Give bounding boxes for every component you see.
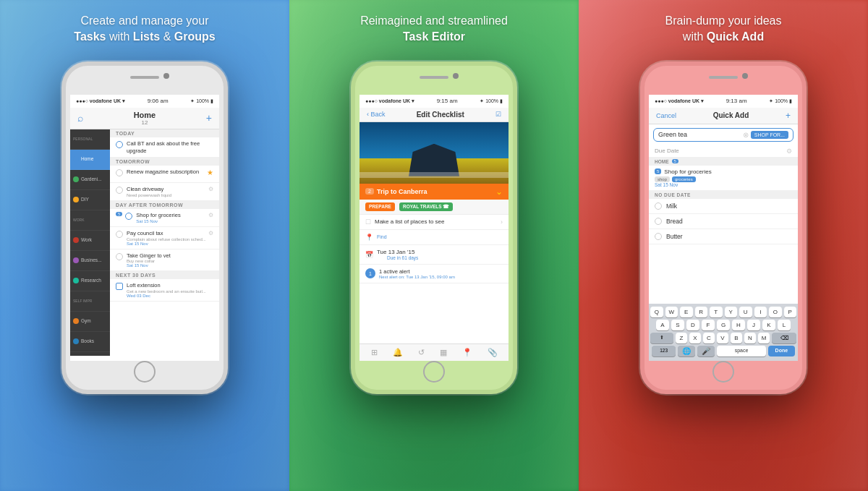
task-call-bt[interactable]: Call BT and ask about the free upgrade: [110, 137, 219, 158]
section-tomorrow: TOMORROW: [110, 158, 219, 166]
task-bread[interactable]: Bread: [649, 214, 798, 229]
key-t[interactable]: T: [710, 307, 723, 317]
search-icon[interactable]: ⌕: [77, 112, 83, 124]
home-section-header: HOME 5: [649, 158, 798, 166]
checklist-toolbar-icon-3[interactable]: ↺: [418, 348, 425, 357]
task-milk[interactable]: Milk: [649, 199, 798, 214]
key-done[interactable]: Done: [768, 346, 795, 356]
key-e[interactable]: E: [680, 307, 693, 317]
cancel-button[interactable]: Cancel: [656, 112, 676, 119]
key-l[interactable]: L: [778, 320, 791, 330]
phone-1-frame: ●●●○ vodafone UK ▾ 9:06 am ✦ 100% ▮ ⌕ Ho…: [61, 61, 228, 394]
key-space[interactable]: space: [717, 346, 765, 356]
task-title: Pay council tax: [127, 230, 206, 237]
key-b[interactable]: B: [731, 333, 742, 343]
key-m[interactable]: M: [758, 333, 770, 343]
panel-2: Reimagined and streamlined Task Editor ●…: [289, 0, 579, 491]
checklist-icon[interactable]: ☑: [495, 111, 501, 118]
time-3: 9:13 am: [726, 98, 747, 104]
quick-add-input[interactable]: Green tea ⊗ SHOP FOR...: [653, 128, 793, 142]
key-j[interactable]: J: [747, 320, 760, 330]
key-x[interactable]: X: [689, 333, 701, 343]
key-c[interactable]: C: [703, 333, 715, 343]
phone-1-home[interactable]: [134, 361, 156, 383]
key-h[interactable]: H: [732, 320, 745, 330]
key-numbers[interactable]: 123: [652, 346, 676, 356]
phone-3-home[interactable]: [712, 361, 734, 383]
phone-2-home[interactable]: [423, 361, 445, 383]
make-list-row[interactable]: ☐ Make a list of places to see ›: [359, 215, 509, 230]
key-backspace[interactable]: ⌫: [772, 333, 796, 343]
pin-icon: 📍: [365, 234, 373, 241]
gear-icon: ⚙: [208, 186, 213, 192]
panel-3-phone-wrapper: ●●●○ vodafone UK ▾ 9:13 am ✦ 100% ▮ Canc…: [640, 54, 807, 491]
task-butter[interactable]: Butter: [649, 229, 798, 244]
alert-text: 1 active alert: [379, 268, 455, 275]
key-g[interactable]: G: [717, 320, 730, 330]
keyboard-row-2: A S D F G H J K L: [650, 320, 796, 330]
task-pay-council[interactable]: Pay council tax Complain about refuse co…: [110, 227, 219, 249]
key-globe[interactable]: 🌐: [678, 346, 695, 356]
sidebar-item-selfimpr-header: SELF IMPR: [70, 291, 110, 312]
key-a[interactable]: A: [656, 320, 669, 330]
key-shift[interactable]: ⬆: [650, 333, 673, 343]
sidebar-item-business[interactable]: Busines...: [70, 251, 110, 271]
checklist-toolbar-icon-4[interactable]: ▦: [440, 348, 447, 357]
key-w[interactable]: W: [665, 307, 678, 317]
sidebar-item-home[interactable]: Home: [70, 150, 110, 170]
section-today: TODAY: [110, 129, 219, 137]
checklist-toolbar-icon-6[interactable]: 📎: [488, 348, 498, 357]
add-icon[interactable]: +: [206, 112, 212, 124]
key-z[interactable]: Z: [676, 333, 687, 343]
key-mic[interactable]: 🎤: [697, 346, 715, 356]
task-clean-driveway[interactable]: Clean driveway Need powerwash liquid ⚙: [110, 183, 219, 201]
phone-1-status-bar: ●●●○ vodafone UK ▾ 9:06 am ✦ 100% ▮: [70, 95, 219, 108]
settings-icon[interactable]: ⚙: [786, 148, 792, 155]
sidebar-item-gym[interactable]: Gym: [70, 312, 110, 332]
section-day-after: DAY AFTER TOMORROW: [110, 201, 219, 209]
task-title: Shop for groceries: [136, 212, 180, 219]
checklist-hero-image: [359, 122, 509, 184]
key-n[interactable]: N: [744, 333, 756, 343]
shop-task[interactable]: 5 Shop for groceries shop groceries Sat …: [649, 166, 798, 191]
sidebar-item-work[interactable]: Work: [70, 231, 110, 251]
key-u[interactable]: U: [739, 307, 752, 317]
home-badge: 5: [672, 159, 678, 163]
checklist-number: 2: [365, 188, 374, 195]
clear-icon[interactable]: ⊗: [743, 131, 749, 139]
key-q[interactable]: Q: [650, 307, 663, 317]
back-button[interactable]: ‹ Back: [367, 111, 386, 118]
sidebar-item-research[interactable]: Research: [70, 271, 110, 291]
task-renew-mag[interactable]: Renew magazine subscription ★: [110, 166, 219, 183]
key-d[interactable]: D: [686, 320, 699, 330]
key-v[interactable]: V: [717, 333, 728, 343]
key-i[interactable]: I: [754, 307, 767, 317]
sidebar-item-gardening[interactable]: Gardeni...: [70, 170, 110, 190]
edit-checklist-title: Edit Checklist: [417, 111, 464, 119]
key-p[interactable]: P: [784, 307, 797, 317]
task-loft-extension[interactable]: Loft extension Get a new bedroom and an …: [110, 279, 219, 302]
shop-for-button[interactable]: SHOP FOR...: [751, 131, 788, 139]
sidebar-item-books[interactable]: Books: [70, 332, 110, 352]
pin-row[interactable]: 📍 Find: [359, 230, 509, 245]
task-ginger-vet[interactable]: Take Ginger to vet Buy new collar Sat 15…: [110, 249, 219, 272]
key-k[interactable]: K: [762, 320, 775, 330]
battery-1: ✦ 100% ▮: [190, 98, 213, 104]
checklist-toolbar-icon-5[interactable]: 📍: [462, 348, 472, 357]
key-y[interactable]: Y: [725, 307, 738, 317]
key-r[interactable]: R: [695, 307, 708, 317]
date-sub: Due in 61 days: [387, 255, 418, 260]
panel-1-phone-wrapper: ●●●○ vodafone UK ▾ 9:06 am ✦ 100% ▮ ⌕ Ho…: [61, 54, 228, 491]
task-shop-groceries[interactable]: 5 Shop for groceries Sat 15 Nov ⚙: [110, 209, 219, 227]
task-content: Pay council tax Complain about refuse co…: [127, 230, 206, 246]
expand-icon[interactable]: ⌄: [495, 187, 503, 197]
panel-2-tagline: Reimagined and streamlined Task Editor: [360, 13, 508, 46]
checklist-toolbar-icon-2[interactable]: 🔔: [393, 348, 403, 357]
key-o[interactable]: O: [769, 307, 782, 317]
add-button[interactable]: +: [786, 111, 791, 121]
key-s[interactable]: S: [671, 320, 684, 330]
lock-icon: [116, 283, 123, 290]
key-f[interactable]: F: [702, 320, 715, 330]
sidebar-item-diy[interactable]: DIY: [70, 190, 110, 210]
checklist-toolbar-icon-1[interactable]: ⊞: [371, 348, 378, 357]
